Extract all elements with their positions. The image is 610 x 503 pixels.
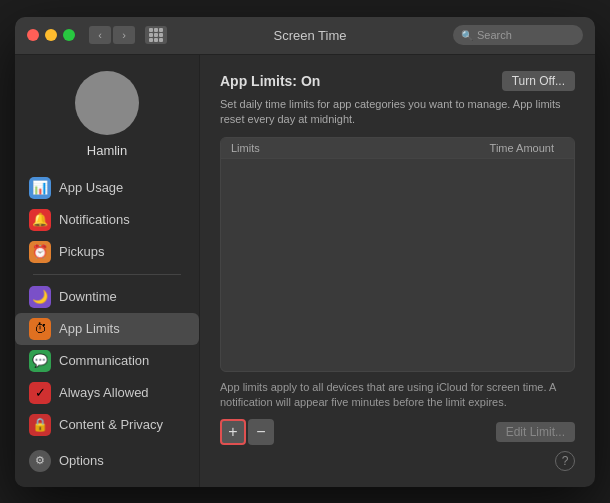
titlebar: ‹ › Screen Time 🔍 Search <box>15 17 595 55</box>
sidebar-label-always-allowed: Always Allowed <box>59 385 149 400</box>
communication-icon: 💬 <box>29 350 51 372</box>
always-allowed-icon: ✓ <box>29 382 51 404</box>
content-privacy-icon: 🔒 <box>29 414 51 436</box>
notifications-icon: 🔔 <box>29 209 51 231</box>
sidebar-label-content-privacy: Content & Privacy <box>59 417 163 432</box>
edit-limit-button[interactable]: Edit Limit... <box>496 422 575 442</box>
add-button[interactable]: + <box>220 419 246 445</box>
app-usage-icon: 📊 <box>29 177 51 199</box>
main-content: App Limits: On Turn Off... Set daily tim… <box>200 55 595 487</box>
sidebar-label-notifications: Notifications <box>59 212 130 227</box>
close-button[interactable] <box>27 29 39 41</box>
back-button[interactable]: ‹ <box>89 26 111 44</box>
user-name: Hamlin <box>87 143 127 158</box>
downtime-icon: 🌙 <box>29 286 51 308</box>
sidebar-item-downtime[interactable]: 🌙 Downtime <box>15 281 199 313</box>
screen-time-window: ‹ › Screen Time 🔍 Search Hamlin 📊 App Us… <box>15 17 595 487</box>
sidebar-item-communication[interactable]: 💬 Communication <box>15 345 199 377</box>
table-header: Limits Time Amount <box>221 138 574 159</box>
traffic-lights <box>27 29 75 41</box>
col-limits: Limits <box>231 142 393 154</box>
app-limits-icon: ⏱ <box>29 318 51 340</box>
search-icon: 🔍 <box>461 30 473 41</box>
window-body: Hamlin 📊 App Usage 🔔 Notifications ⏰ Pic… <box>15 55 595 487</box>
search-input[interactable]: Search <box>477 29 512 41</box>
sidebar-label-app-limits: App Limits <box>59 321 120 336</box>
grid-icon <box>149 28 163 42</box>
sidebar-item-content-privacy[interactable]: 🔒 Content & Privacy <box>15 409 199 441</box>
maximize-button[interactable] <box>63 29 75 41</box>
limits-table: Limits Time Amount <box>220 137 575 371</box>
sidebar-label-pickups: Pickups <box>59 244 105 259</box>
forward-button[interactable]: › <box>113 26 135 44</box>
nav-buttons: ‹ › <box>89 26 135 44</box>
app-limits-title: App Limits: On <box>220 73 320 89</box>
sidebar-item-notifications[interactable]: 🔔 Notifications <box>15 204 199 236</box>
pickups-icon: ⏰ <box>29 241 51 263</box>
help-button[interactable]: ? <box>555 451 575 471</box>
sidebar-divider <box>33 274 180 275</box>
sidebar-item-options[interactable]: ⚙ Options <box>29 445 185 477</box>
content-header: App Limits: On Turn Off... <box>220 71 575 91</box>
help-row: ? <box>220 445 575 471</box>
col-time-amount: Time Amount <box>393 142 565 154</box>
sidebar-item-app-limits[interactable]: ⏱ App Limits <box>15 313 199 345</box>
sidebar-label-app-usage: App Usage <box>59 180 123 195</box>
sidebar-label-options: Options <box>59 453 104 468</box>
minimize-button[interactable] <box>45 29 57 41</box>
sidebar-item-app-usage[interactable]: 📊 App Usage <box>15 172 199 204</box>
sidebar: Hamlin 📊 App Usage 🔔 Notifications ⏰ Pic… <box>15 55 200 487</box>
footer-note: App limits apply to all devices that are… <box>220 380 575 411</box>
sidebar-item-always-allowed[interactable]: ✓ Always Allowed <box>15 377 199 409</box>
sidebar-label-communication: Communication <box>59 353 149 368</box>
sidebar-label-downtime: Downtime <box>59 289 117 304</box>
subtitle-text: Set daily time limits for app categories… <box>220 97 575 128</box>
options-icon: ⚙ <box>29 450 51 472</box>
table-rows <box>221 159 574 167</box>
toolbar-row: + − Edit Limit... <box>220 419 575 445</box>
toolbar-left: + − <box>220 419 274 445</box>
sidebar-item-pickups[interactable]: ⏰ Pickups <box>15 236 199 268</box>
avatar <box>75 71 139 135</box>
remove-button[interactable]: − <box>248 419 274 445</box>
sidebar-bottom: ⚙ Options <box>15 445 199 477</box>
window-title: Screen Time <box>175 28 445 43</box>
turn-off-button[interactable]: Turn Off... <box>502 71 575 91</box>
grid-view-button[interactable] <box>145 26 167 44</box>
search-bar[interactable]: 🔍 Search <box>453 25 583 45</box>
